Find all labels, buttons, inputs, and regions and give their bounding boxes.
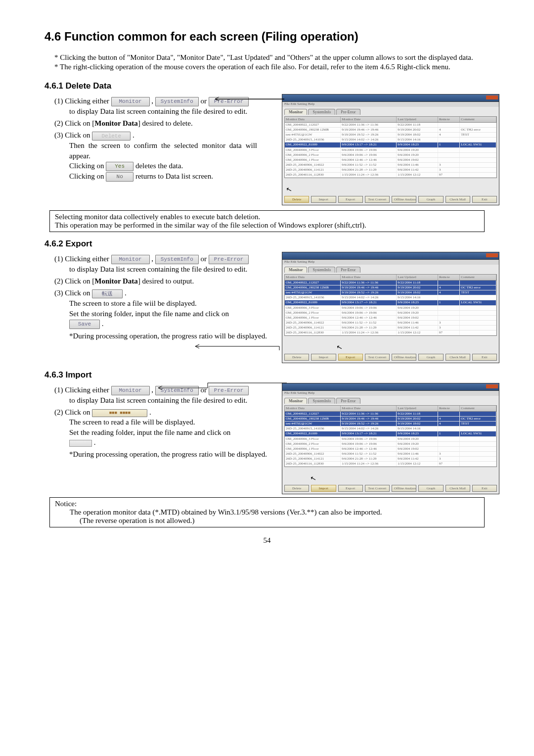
import-button[interactable]: ■■■ ■■■■ (92, 409, 147, 417)
win3-exit-button[interactable]: Exit (472, 485, 497, 492)
monitor-button-2[interactable]: Monitor (111, 255, 150, 264)
table-row[interactable]: 26D-25_20040906_1141219/6/2004 21:28 -->… (285, 168, 496, 173)
table-row[interactable]: 26D-25_20040116_1128301/15/2004 11:24 --… (285, 173, 496, 178)
hdr3-col3[interactable]: Last Updated (397, 406, 438, 411)
table-row[interactable]: OM_20040922_1120279/22/2004 11:36 --> 11… (285, 281, 496, 285)
win-export-button[interactable]: Export (338, 196, 363, 203)
hdr3-col5[interactable]: Comment (460, 406, 496, 411)
yes-button[interactable]: Yes (106, 162, 134, 171)
tab-preerror[interactable]: Pre-Error (336, 109, 360, 115)
monitor-button[interactable]: Monitor (111, 97, 150, 106)
table-row[interactable]: OM_20040906_3 Floor9/6/2004 19:06 --> 19… (285, 306, 496, 311)
tab-monitor[interactable]: Monitor (284, 109, 307, 115)
win2-graph-button[interactable]: Graph (418, 354, 443, 361)
table-row[interactable]: OM_20040906_1 Floor9/6/2004 12:46 --> 12… (285, 316, 496, 321)
table-row[interactable]: test #4TSU@1GW9/19/2004 19:52 --> 19:269… (285, 133, 496, 138)
table-cell: 9/19/2004 20:02 (397, 417, 438, 421)
hdr3-col2[interactable]: Monitor Date (341, 406, 397, 411)
hdr3-col1[interactable]: Monitor Data (285, 406, 341, 411)
table-row[interactable]: 26D-25_20040906_1140229/6/2004 11:52 -->… (285, 452, 496, 457)
win2-textconvert-button[interactable]: Text Convert (365, 354, 390, 361)
table-row[interactable]: 26D-25_20040116_1128301/15/2004 11:24 --… (285, 331, 496, 335)
win-import-button[interactable]: Import (311, 196, 336, 203)
hdr-col3[interactable]: Last Updated (397, 117, 438, 122)
table-row[interactable]: 26D-25_20040915_1410369/15/2004 14:02 --… (285, 138, 496, 142)
win3-export-button[interactable]: Export (338, 485, 363, 492)
hdr-col1[interactable]: Monitor Data (285, 117, 341, 122)
table-row[interactable]: OM_20040922_810099/9/2004 13:17 --> 18:2… (285, 431, 496, 436)
table-row[interactable]: OM_20040906_190238 12MB9/19/2004 19:46 -… (285, 417, 496, 422)
monitor-button-3[interactable]: Monitor (111, 386, 150, 395)
win-graph-button[interactable]: Graph (418, 196, 443, 203)
table-row[interactable]: OM_20040922_1120279/22/2004 11:36 --> 11… (285, 412, 496, 417)
win2-import-button[interactable]: Import (311, 354, 336, 361)
systeminfo-button[interactable]: SystemInfo (155, 97, 199, 106)
hdr-col2[interactable]: Monitor Date (341, 117, 397, 122)
data-grid-3[interactable]: Monitor Data Monitor Date Last Updated R… (284, 405, 497, 467)
table-row[interactable]: OM_20040906_2 Floor9/6/2004 19:06 --> 19… (285, 311, 496, 316)
table-row[interactable]: 26D-25_20040906_1141219/6/2004 21:28 -->… (285, 326, 496, 331)
tab-systeminfo[interactable]: SystemInfo (308, 109, 335, 115)
table-row[interactable]: 26D-25_20040116_1128301/15/2004 11:24 --… (285, 462, 496, 467)
table-row[interactable]: OM_20040906_3 Floor9/6/2004 19:06 --> 19… (285, 148, 496, 153)
s461-p2bold: Monitor Data (94, 119, 138, 127)
tab-systeminfo-2[interactable]: SystemInfo (308, 267, 335, 273)
table-cell: OM_20040906_3 Floor (285, 437, 341, 441)
win-offline-button[interactable]: Offline Analyze (392, 196, 416, 203)
save-button[interactable]: Save (69, 320, 100, 329)
win3-graph-button[interactable]: Graph (418, 485, 443, 492)
win3-delete-button[interactable]: Delete (284, 485, 309, 492)
preerror-button-2[interactable]: Pre-Error (209, 255, 249, 264)
hdr2-col5[interactable]: Comment (460, 275, 496, 280)
table-row[interactable]: OM_20040906_190238 12MB9/19/2004 19:46 -… (285, 128, 496, 133)
hdr2-col4[interactable]: Remote (438, 275, 460, 280)
table-row[interactable]: OM_20040922_1120279/22/2004 11:36 --> 11… (285, 123, 496, 128)
win-delete-button[interactable]: Delete (284, 196, 309, 203)
hdr2-col3[interactable]: Last Updated (397, 275, 438, 280)
tab-monitor-3[interactable]: Monitor (284, 398, 307, 404)
hdr3-col4[interactable]: Remote (438, 406, 460, 411)
table-row[interactable]: OM_20040906_3 Floor9/6/2004 19:06 --> 19… (285, 437, 496, 442)
data-grid[interactable]: Monitor Data Monitor Date Last Updated R… (284, 116, 497, 178)
table-row[interactable]: OM_20040906_1 Floor9/6/2004 12:46 --> 12… (285, 158, 496, 163)
win-checkmail-button[interactable]: Check Mail (445, 196, 470, 203)
table-row[interactable]: 26D-25_20040915_1410369/15/2004 14:02 --… (285, 426, 496, 431)
win2-delete-button[interactable]: Delete (284, 354, 309, 361)
table-row[interactable]: OM_20040922_810099/9/2004 13:17 --> 18:2… (285, 142, 496, 147)
table-row[interactable]: 26D-25_20040906_1140229/6/2004 11:52 -->… (285, 163, 496, 168)
table-row[interactable]: 26D-25_20040906_1140229/6/2004 11:52 -->… (285, 321, 496, 326)
table-row[interactable]: OM_20040906_2 Floor9/6/2004 19:06 --> 19… (285, 153, 496, 158)
hdr2-col2[interactable]: Monitor Date (341, 275, 397, 280)
open-button[interactable] (69, 440, 92, 447)
delete-button[interactable]: Delete (92, 132, 131, 141)
win-exit-button[interactable]: Exit (472, 196, 497, 203)
table-row[interactable]: OM_20040906_190238 12MB9/19/2004 19:46 -… (285, 285, 496, 290)
export-button[interactable]: 転送 (92, 289, 123, 299)
win3-textconvert-button[interactable]: Text Convert (365, 485, 390, 492)
win3-checkmail-button[interactable]: Check Mail (445, 485, 470, 492)
win2-exit-button[interactable]: Exit (472, 354, 497, 361)
table-row[interactable]: OM_20040906_2 Floor9/6/2004 19:06 --> 19… (285, 442, 496, 447)
win2-offline-button[interactable]: Offline Analyze (392, 354, 416, 361)
win2-export-button[interactable]: Export (338, 354, 363, 361)
win-textconvert-button[interactable]: Text Convert (365, 196, 390, 203)
tab-preerror-2[interactable]: Pre-Error (336, 267, 360, 273)
hdr2-col1[interactable]: Monitor Data (285, 275, 341, 280)
no-button[interactable]: No (106, 172, 134, 182)
win2-checkmail-button[interactable]: Check Mail (445, 354, 470, 361)
systeminfo-button-2[interactable]: SystemInfo (155, 255, 199, 264)
table-row[interactable]: 26D-25_20040915_1410369/15/2004 14:02 --… (285, 295, 496, 300)
tab-systeminfo-3[interactable]: SystemInfo (308, 398, 335, 404)
table-row[interactable]: test #4TSU@1GW9/19/2004 19:52 --> 19:269… (285, 290, 496, 295)
table-row[interactable]: OM_20040922_810099/9/2004 13:17 --> 18:2… (285, 300, 496, 305)
hdr-col5[interactable]: Comment (460, 117, 496, 122)
table-row[interactable]: OM_20040906_1 Floor9/6/2004 12:46 --> 12… (285, 447, 496, 452)
win3-offline-button[interactable]: Offline Analyze (392, 485, 416, 492)
win3-import-button[interactable]: Import (311, 485, 336, 492)
data-grid-2[interactable]: Monitor Data Monitor Date Last Updated R… (284, 274, 497, 336)
hdr-col4[interactable]: Remote (438, 117, 460, 122)
tab-monitor-2[interactable]: Monitor (284, 267, 307, 273)
table-row[interactable]: 26D-25_20040906_1141219/6/2004 21:28 -->… (285, 457, 496, 462)
table-row[interactable]: test #4TSU@1GW9/19/2004 19:52 --> 19:269… (285, 422, 496, 426)
tab-preerror-3[interactable]: Pre-Error (336, 398, 360, 404)
